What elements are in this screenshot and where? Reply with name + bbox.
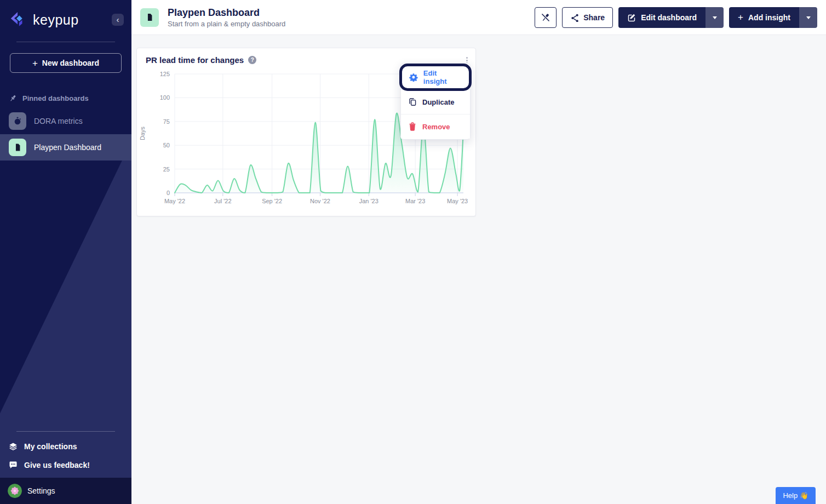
insight-card-header: PR lead time for changes ? bbox=[137, 48, 475, 65]
settings-button[interactable]: Settings bbox=[0, 478, 131, 504]
svg-text:25: 25 bbox=[163, 166, 170, 173]
header-titles: Playpen Dashboard Start from a plain & e… bbox=[168, 7, 285, 28]
sidebar-footer: My collections Give us feedback! bbox=[0, 427, 131, 474]
edit-dashboard-button[interactable]: Edit dashboard bbox=[618, 7, 705, 28]
chat-bubble-icon bbox=[9, 461, 18, 469]
trash-icon bbox=[408, 122, 417, 131]
sidebar-item-dora-metrics[interactable]: DORA metrics bbox=[0, 108, 131, 134]
sidebar: keypup ‹ + New dashboard Pinned dashboar… bbox=[0, 0, 131, 504]
header-left: Playpen Dashboard Start from a plain & e… bbox=[140, 7, 285, 28]
sidebar-item-label: Playpen Dashboard bbox=[34, 143, 101, 152]
svg-text:Mar '23: Mar '23 bbox=[405, 198, 425, 204]
collapse-sidebar-button[interactable]: ‹ bbox=[112, 14, 124, 26]
svg-text:0: 0 bbox=[167, 190, 170, 196]
insight-context-menu: Edit insight Duplicate Remove bbox=[400, 63, 471, 140]
svg-text:May '22: May '22 bbox=[164, 198, 185, 204]
add-insight-button[interactable]: + Add insight bbox=[729, 7, 799, 28]
keypup-logo-icon bbox=[9, 11, 27, 28]
add-insight-dropdown-button[interactable] bbox=[799, 7, 817, 28]
svg-text:125: 125 bbox=[160, 71, 170, 77]
sidebar-item-playpen-dashboard[interactable]: Playpen Dashboard bbox=[0, 134, 131, 161]
edit-dashboard-split-button: Edit dashboard bbox=[618, 7, 724, 28]
caret-down-icon bbox=[713, 16, 717, 21]
share-button[interactable]: Share bbox=[562, 7, 613, 28]
help-button[interactable]: Help 👋 bbox=[776, 487, 816, 504]
svg-text:75: 75 bbox=[163, 118, 170, 125]
unpin-dashboard-button[interactable] bbox=[535, 7, 557, 28]
pinned-dashboards-label: Pinned dashboards bbox=[0, 93, 131, 104]
dashboard-header: Playpen Dashboard Start from a plain & e… bbox=[131, 0, 826, 35]
feedback-link[interactable]: Give us feedback! bbox=[0, 456, 131, 474]
sidebar-footer-divider bbox=[16, 431, 115, 432]
plus-icon: + bbox=[738, 12, 743, 23]
svg-text:Sep '22: Sep '22 bbox=[262, 198, 282, 204]
help-tooltip-icon[interactable]: ? bbox=[248, 56, 256, 64]
menu-item-remove[interactable]: Remove bbox=[401, 114, 470, 139]
svg-text:50: 50 bbox=[163, 142, 170, 148]
avatar bbox=[8, 484, 22, 498]
copy-icon bbox=[408, 98, 417, 106]
dashboard-icon bbox=[140, 8, 159, 27]
pin-icon bbox=[9, 94, 17, 102]
page-subtitle: Start from a plain & empty dashboard bbox=[168, 20, 285, 28]
page-title: Playpen Dashboard bbox=[168, 7, 285, 19]
caret-down-icon bbox=[806, 16, 811, 21]
svg-text:Days: Days bbox=[139, 126, 146, 140]
svg-text:Nov '22: Nov '22 bbox=[310, 198, 330, 204]
plus-icon: + bbox=[32, 59, 38, 68]
document-icon bbox=[9, 139, 26, 156]
sidebar-divider bbox=[16, 42, 115, 42]
pin-slash-icon bbox=[541, 13, 550, 22]
header-actions: Share Edit dashboard + Add insight bbox=[535, 7, 817, 28]
new-dashboard-button[interactable]: + New dashboard bbox=[10, 53, 122, 73]
svg-text:Jan '23: Jan '23 bbox=[359, 198, 378, 204]
menu-item-duplicate[interactable]: Duplicate bbox=[401, 89, 470, 114]
edit-dashboard-dropdown-button[interactable] bbox=[705, 7, 724, 28]
menu-item-edit-insight[interactable]: Edit insight bbox=[402, 66, 469, 88]
gear-icon bbox=[409, 73, 418, 82]
new-dashboard-label: New dashboard bbox=[42, 59, 99, 67]
brand-name: keypup bbox=[33, 12, 79, 28]
my-collections-link[interactable]: My collections bbox=[0, 437, 131, 456]
svg-text:100: 100 bbox=[160, 94, 170, 101]
svg-text:May '23: May '23 bbox=[447, 198, 468, 204]
sidebar-item-label: DORA metrics bbox=[34, 117, 83, 125]
layers-icon bbox=[9, 442, 18, 451]
add-insight-split-button: + Add insight bbox=[729, 7, 817, 28]
chevron-left-icon: ‹ bbox=[117, 14, 119, 25]
svg-text:Jul '22: Jul '22 bbox=[214, 198, 231, 204]
edit-pencil-icon bbox=[627, 13, 636, 22]
dashboard-content: PR lead time for changes ? May '22Jul '2 bbox=[131, 35, 826, 504]
logo-row: keypup ‹ bbox=[0, 0, 131, 37]
settings-label: Settings bbox=[27, 486, 55, 495]
share-icon bbox=[570, 13, 579, 22]
stopwatch-icon bbox=[9, 112, 26, 130]
